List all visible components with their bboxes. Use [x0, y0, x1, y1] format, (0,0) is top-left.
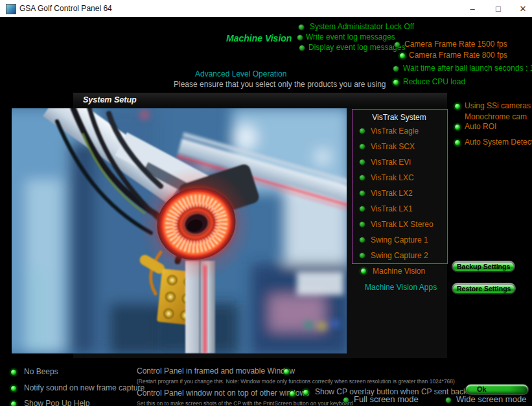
cp-overlay-led[interactable] — [303, 389, 309, 396]
swing-capture-2-led[interactable] — [359, 252, 365, 259]
frame-rate-800-label[interactable]: Camera Frame Rate 800 fps — [409, 51, 507, 60]
swing-capture-1-label[interactable]: Swing Capture 1 — [371, 235, 428, 245]
framed-window-label[interactable]: Control Panel in framed and movable Wind… — [137, 366, 295, 376]
vistrak-lx2-led[interactable] — [359, 190, 365, 197]
full-screen-label[interactable]: Full screen mode — [354, 395, 419, 404]
vistrak-lxc-label[interactable]: VisTrak LXC — [371, 173, 414, 182]
vistrak-scx-led[interactable] — [359, 143, 365, 150]
machine-vision-apps-link[interactable]: Machine Vision Apps — [365, 283, 437, 292]
machine-vision-led[interactable] — [360, 268, 367, 274]
auto-system-detect-label[interactable]: Auto System Detect — [465, 137, 532, 147]
system-setup-title: System Setup — [83, 95, 137, 104]
machine-vision-photo — [12, 108, 347, 353]
app-window: GSA Golf Control Panel 64 – □ ✕ Machine … — [0, 0, 532, 406]
machine-vision-option-label[interactable]: Machine Vision — [373, 267, 425, 276]
advanced-level-label: Advanced Level Operation — [195, 69, 286, 78]
no-beeps-led[interactable] — [10, 369, 17, 376]
show-popup-help-label[interactable]: Show Pop Up Help — [24, 399, 89, 406]
swing-capture-1-led[interactable] — [359, 237, 365, 243]
display-log-led[interactable] — [299, 45, 305, 51]
restore-settings-button[interactable]: Restore Settings — [452, 283, 516, 294]
app-icon — [6, 4, 16, 14]
machine-vision-heading: Machine Vision — [226, 34, 292, 43]
title-bar: GSA Golf Control Panel 64 – □ ✕ — [0, 0, 532, 18]
vistrak-lx1-label[interactable]: VisTrak LX1 — [371, 204, 413, 213]
vistrak-box-title: VisTrak System — [352, 113, 446, 122]
auto-roi-label[interactable]: Auto ROI — [465, 122, 496, 131]
wait-time-label[interactable]: Wait time after ball launch seconds : 14 — [403, 64, 532, 73]
vistrak-evi-label[interactable]: VisTrak EVi — [371, 158, 411, 167]
reduce-cpu-label[interactable]: Reduce CPU load — [403, 77, 465, 86]
using-ssi-led[interactable] — [454, 103, 461, 110]
wide-screen-label[interactable]: Wide screen mode — [456, 395, 526, 404]
ok-button[interactable]: Ok — [465, 384, 529, 395]
products-note: Please ensure that you select only the p… — [174, 80, 386, 89]
window-title: GSA Golf Control Panel 64 — [19, 4, 112, 13]
using-ssi-label[interactable]: Using SSi cameras — [465, 101, 531, 110]
monochrome-cam-label[interactable]: Monochrome cam — [465, 112, 527, 121]
swing-capture-2-label[interactable]: Swing Capture 2 — [371, 251, 428, 260]
backup-settings-button[interactable]: Backup Settings — [452, 261, 515, 272]
vistrak-lx2-label[interactable]: VisTrak LX2 — [371, 189, 413, 198]
wait-time-led[interactable] — [393, 66, 399, 72]
notify-sound-led[interactable] — [10, 385, 17, 392]
auto-roi-led[interactable] — [454, 124, 461, 130]
no-beeps-label[interactable]: No Beeps — [24, 367, 58, 376]
reduce-cpu-led[interactable] — [393, 79, 399, 86]
frame-rate-800-led[interactable] — [399, 53, 406, 59]
frame-rate-1500-led[interactable] — [394, 42, 400, 48]
show-popup-help-led[interactable] — [10, 401, 17, 406]
vistrak-lx-stereo-led[interactable] — [359, 221, 365, 228]
frame-rate-1500-label[interactable]: Camera Frame Rate 1500 fps — [404, 40, 507, 49]
write-log-label[interactable]: Write event log messages — [306, 32, 395, 42]
full-screen-led[interactable] — [343, 397, 349, 403]
not-on-top-led[interactable] — [289, 390, 295, 397]
auto-system-detect-led[interactable] — [454, 139, 461, 146]
display-log-label[interactable]: Display event log messages — [308, 43, 405, 52]
wide-screen-led[interactable] — [445, 397, 452, 403]
system-setup-header: System Setup — [73, 93, 447, 108]
vistrak-lx1-led[interactable] — [359, 206, 365, 212]
sys-admin-lock-led[interactable] — [298, 24, 305, 30]
vistrak-lx-stereo-label[interactable]: VisTrak LX Stereo — [371, 220, 434, 229]
vistrak-evi-led[interactable] — [359, 159, 365, 165]
framed-window-led[interactable] — [283, 368, 290, 375]
vistrak-lxc-led[interactable] — [359, 174, 365, 181]
not-on-top-note: Set this on to make screen shots of the … — [137, 399, 353, 406]
close-button[interactable]: ✕ — [512, 0, 532, 17]
sys-admin-lock-label[interactable]: System Administrator Lock Off — [310, 22, 414, 31]
write-log-led[interactable] — [297, 34, 303, 41]
minimize-button[interactable]: – — [461, 0, 483, 17]
notify-sound-label[interactable]: Notify sound on new frame capture — [24, 383, 145, 392]
framed-window-note: (Restart program if you change this. Not… — [137, 377, 455, 386]
vistrak-scx-label[interactable]: VisTrak SCX — [371, 142, 415, 151]
vistrak-eagle-label[interactable]: VisTrak Eagle — [371, 126, 419, 136]
maximize-button[interactable]: □ — [487, 0, 509, 17]
not-on-top-label[interactable]: Control Panel window not on top of other… — [137, 388, 309, 398]
vistrak-eagle-led[interactable] — [359, 128, 365, 134]
